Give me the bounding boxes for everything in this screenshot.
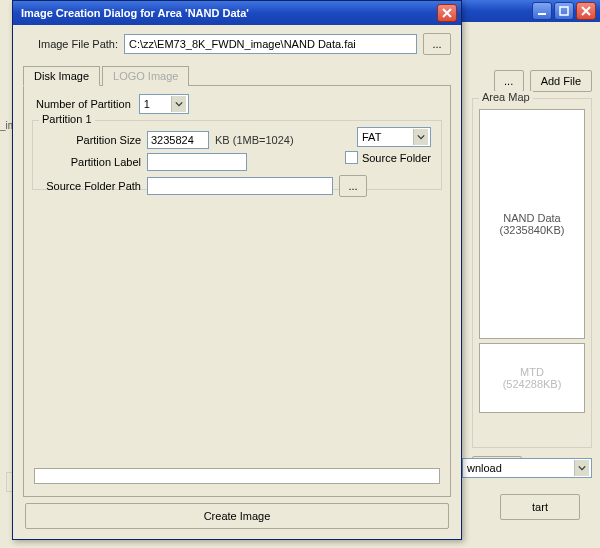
partition-size-unit: KB (1MB=1024): [215, 134, 294, 146]
partition-group-label: Partition 1: [39, 113, 95, 125]
download-combo-text: wnload: [467, 462, 570, 474]
close-icon: [581, 6, 591, 16]
partition-size-input[interactable]: 3235824: [147, 131, 209, 149]
num-partition-value: 1: [144, 98, 167, 110]
image-creation-dialog: Image Creation Dialog for Area 'NAND Dat…: [12, 0, 462, 540]
area-map-group: Area Map NAND Data (3235840KB) MTD (5242…: [472, 98, 592, 448]
maximize-button[interactable]: [554, 2, 574, 20]
chevron-down-icon: [413, 129, 428, 145]
progress-bar: [34, 468, 440, 484]
create-image-button[interactable]: Create Image: [25, 503, 449, 529]
start-button-label: tart: [532, 501, 548, 513]
ellipsis-button[interactable]: ...: [494, 70, 524, 92]
area-map-label: Area Map: [479, 91, 533, 103]
tab-disk-image[interactable]: Disk Image: [23, 66, 100, 86]
dialog-body: Image File Path: C:\zz\EM73_8K_FWDN_imag…: [13, 25, 461, 539]
dialog-close-button[interactable]: [437, 4, 457, 22]
add-file-button[interactable]: Add File: [530, 70, 592, 92]
browse-file-button[interactable]: ...: [423, 33, 451, 55]
file-path-label: Image File Path:: [23, 38, 118, 50]
area-block-nand[interactable]: NAND Data (3235840KB): [479, 109, 585, 339]
dialog-titlebar: Image Creation Dialog for Area 'NAND Dat…: [13, 1, 461, 25]
area-mtd-size: (524288KB): [503, 378, 562, 390]
source-folder-path-input[interactable]: [147, 177, 333, 195]
partition-label-input[interactable]: [147, 153, 247, 171]
minimize-icon: [537, 6, 547, 16]
svg-rect-1: [560, 7, 568, 15]
svg-rect-0: [538, 13, 546, 15]
start-button[interactable]: tart: [500, 494, 580, 520]
source-folder-path-label: Source Folder Path: [41, 180, 141, 192]
area-nand-name: NAND Data: [503, 212, 560, 224]
close-icon: [442, 8, 452, 18]
partition-label-label: Partition Label: [41, 156, 141, 168]
partition-size-label: Partition Size: [41, 134, 141, 146]
area-block-mtd[interactable]: MTD (524288KB): [479, 343, 585, 413]
source-folder-checkbox-label: Source Folder: [362, 152, 431, 164]
browse-source-button[interactable]: ...: [339, 175, 367, 197]
right-panel: ... Add File Area Map NAND Data (3235840…: [472, 70, 592, 484]
num-partition-label: Number of Partition: [36, 98, 131, 110]
download-row: wnload: [462, 458, 592, 478]
filesystem-value: FAT: [362, 131, 409, 143]
download-combo[interactable]: wnload: [462, 458, 592, 478]
tab-content: Number of Partition 1 Partition 1 FAT: [23, 86, 451, 497]
minimize-button[interactable]: [532, 2, 552, 20]
file-path-input[interactable]: C:\zz\EM73_8K_FWDN_image\NAND Data.fai: [124, 34, 417, 54]
parent-window: _ima ... Add File Area Map NAND Data (32…: [0, 0, 600, 548]
tab-logo-image[interactable]: LOGO Image: [102, 66, 189, 86]
area-nand-size: (3235840KB): [500, 224, 565, 236]
source-folder-checkbox[interactable]: [345, 151, 358, 164]
tab-strip: Disk Image LOGO Image: [23, 65, 451, 86]
dialog-title: Image Creation Dialog for Area 'NAND Dat…: [17, 7, 437, 19]
close-button[interactable]: [576, 2, 596, 20]
num-partition-combo[interactable]: 1: [139, 94, 189, 114]
maximize-icon: [559, 6, 569, 16]
chevron-down-icon: [574, 460, 589, 476]
parent-titlebar: [460, 0, 600, 22]
area-mtd-name: MTD: [520, 366, 544, 378]
create-image-label: Create Image: [204, 510, 271, 522]
filesystem-combo[interactable]: FAT: [357, 127, 431, 147]
partition-group: Partition 1 FAT Source Folder Partition …: [32, 120, 442, 190]
chevron-down-icon: [171, 96, 186, 112]
